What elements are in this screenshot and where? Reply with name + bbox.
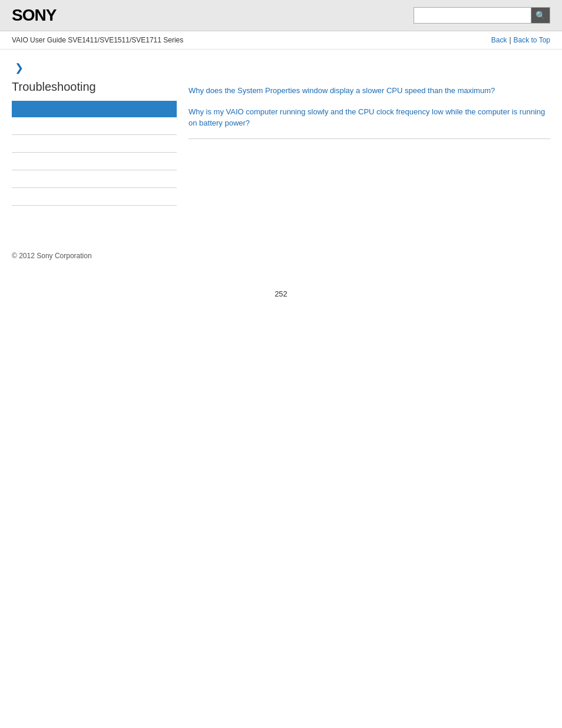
- sidebar-item-2[interactable]: [12, 140, 177, 153]
- search-container: 🔍: [414, 7, 550, 24]
- copyright-text: © 2012 Sony Corporation: [12, 252, 92, 260]
- sidebar-active-item[interactable]: [12, 101, 177, 117]
- header: SONY 🔍: [0, 0, 562, 31]
- footer: © 2012 Sony Corporation: [0, 240, 562, 272]
- breadcrumb-bar: VAIO User Guide SVE1411/SVE1511/SVE1711 …: [0, 31, 562, 50]
- sidebar-item-4[interactable]: [12, 175, 177, 188]
- breadcrumb-title: VAIO User Guide SVE1411/SVE1511/SVE1711 …: [12, 36, 183, 44]
- back-link[interactable]: Back: [491, 36, 507, 44]
- content-link-1[interactable]: Why does the System Properties window di…: [189, 85, 550, 97]
- sidebar-item-5[interactable]: [12, 193, 177, 206]
- sidebar: ❯ Troubleshooting: [12, 61, 177, 210]
- nav-separator: |: [509, 36, 511, 44]
- search-input[interactable]: [414, 7, 531, 24]
- sony-logo: SONY: [12, 6, 56, 25]
- sidebar-heading: Troubleshooting: [12, 80, 177, 94]
- search-button[interactable]: 🔍: [531, 7, 550, 24]
- content-divider: [189, 139, 550, 139]
- content-link-2[interactable]: Why is my VAIO computer running slowly a…: [189, 106, 550, 129]
- sidebar-chevron-icon: ❯: [15, 61, 177, 74]
- page-number-value: 252: [275, 289, 287, 298]
- page-number: 252: [0, 284, 562, 304]
- main-content: ❯ Troubleshooting Why does the System Pr…: [0, 50, 562, 222]
- nav-links: Back | Back to Top: [491, 36, 550, 44]
- search-icon: 🔍: [535, 11, 546, 20]
- back-to-top-link[interactable]: Back to Top: [514, 36, 550, 44]
- sidebar-item-1[interactable]: [12, 122, 177, 135]
- content-area: Why does the System Properties window di…: [189, 61, 550, 210]
- sidebar-item-3[interactable]: [12, 157, 177, 170]
